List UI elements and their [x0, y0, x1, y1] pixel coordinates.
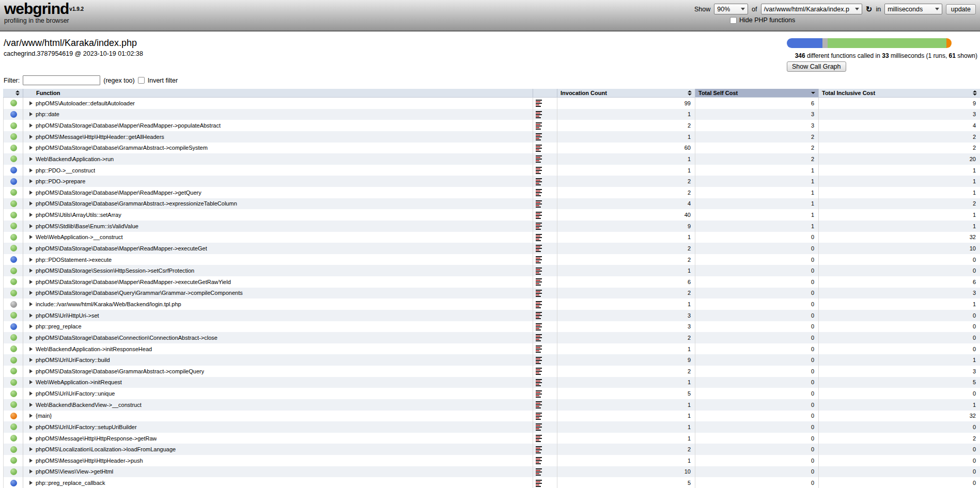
expand-arrow-icon[interactable] [29, 146, 33, 150]
function-cell[interactable]: phpOMS\DataStorage\Database\Mapper\ReadM… [23, 276, 533, 288]
expand-arrow-icon[interactable] [29, 469, 33, 474]
expand-arrow-icon[interactable] [29, 258, 33, 262]
cost-chart-icon[interactable] [536, 446, 543, 453]
function-cell[interactable]: include::/var/www/html/Karaka/Web/Backen… [23, 298, 533, 310]
column-header-total-self-cost[interactable]: Total Self Cost [695, 89, 819, 97]
cost-chart-icon[interactable] [536, 200, 543, 208]
expand-arrow-icon[interactable] [29, 213, 33, 217]
function-cell[interactable]: phpOMS\Stdlib\Base\Enum::isValidValue [23, 221, 533, 232]
cost-chart-icon[interactable] [536, 99, 543, 107]
expand-arrow-icon[interactable] [29, 269, 33, 273]
function-cell[interactable]: phpOMS\Utils\ArrayUtils::setArray [23, 209, 533, 221]
cost-chart-icon[interactable] [536, 390, 543, 398]
column-header-invocation-count[interactable]: Invocation Count [557, 89, 695, 97]
function-cell[interactable]: phpOMS\Localization\Localization->loadFr… [23, 444, 533, 455]
cost-chart-icon[interactable] [536, 434, 543, 442]
expand-arrow-icon[interactable] [29, 302, 33, 306]
cost-chart-icon[interactable] [536, 155, 543, 163]
function-cell[interactable]: phpOMS\Message\Http\HttpHeader::getAllHe… [23, 131, 533, 143]
expand-arrow-icon[interactable] [29, 168, 33, 172]
expand-arrow-icon[interactable] [29, 447, 33, 451]
function-cell[interactable]: phpOMS\DataStorage\Session\HttpSession->… [23, 265, 533, 276]
expand-arrow-icon[interactable] [29, 313, 33, 318]
expand-arrow-icon[interactable] [29, 235, 33, 239]
percent-select[interactable]: 90% [714, 4, 748, 14]
filter-input[interactable] [23, 75, 100, 85]
function-cell[interactable]: phpOMS\DataStorage\Database\Mapper\ReadM… [23, 187, 533, 198]
update-button[interactable]: update [946, 4, 976, 14]
expand-arrow-icon[interactable] [29, 481, 33, 485]
cost-chart-icon[interactable] [536, 144, 543, 152]
cost-chart-icon[interactable] [536, 323, 543, 330]
function-cell[interactable]: {main} [23, 411, 533, 422]
cost-chart-icon[interactable] [536, 479, 543, 487]
function-cell[interactable]: php::date [23, 109, 533, 120]
function-cell[interactable]: phpOMS\Uri\UriFactory::build [23, 354, 533, 366]
expand-arrow-icon[interactable] [29, 358, 33, 362]
cost-chart-icon[interactable] [536, 379, 543, 386]
cost-chart-icon[interactable] [536, 412, 543, 420]
function-cell[interactable]: phpOMS\Uri\UriFactory::unique [23, 388, 533, 399]
cost-chart-icon[interactable] [536, 456, 543, 464]
cost-chart-icon[interactable] [536, 111, 543, 118]
expand-arrow-icon[interactable] [29, 324, 33, 328]
expand-arrow-icon[interactable] [29, 224, 33, 228]
expand-arrow-icon[interactable] [29, 191, 33, 195]
cost-chart-icon[interactable] [536, 122, 543, 130]
function-cell[interactable]: phpOMS\DataStorage\Database\Query\Gramma… [23, 288, 533, 299]
cost-chart-icon[interactable] [536, 311, 543, 319]
unit-select[interactable]: milliseconds [884, 4, 942, 14]
function-cell[interactable]: php::PDOStatement->execute [23, 254, 533, 265]
function-cell[interactable]: phpOMS\Views\View->getHtml [23, 466, 533, 478]
file-select[interactable]: /var/www/html/Karaka/index.p [761, 4, 862, 14]
refresh-icon[interactable]: ↻ [866, 5, 873, 13]
cost-chart-icon[interactable] [536, 334, 543, 341]
expand-arrow-icon[interactable] [29, 179, 33, 183]
expand-arrow-icon[interactable] [29, 101, 33, 105]
expand-arrow-icon[interactable] [29, 112, 33, 116]
cost-chart-icon[interactable] [536, 345, 543, 353]
column-header-function[interactable]: Function [23, 89, 533, 97]
cost-chart-icon[interactable] [536, 423, 543, 431]
function-cell[interactable]: phpOMS\Message\Http\HttpHeader->push [23, 455, 533, 466]
cost-chart-icon[interactable] [536, 289, 543, 297]
function-cell[interactable]: php::preg_replace_callback [23, 477, 533, 488]
function-cell[interactable]: php::PDO->prepare [23, 176, 533, 187]
cost-chart-icon[interactable] [536, 301, 543, 308]
function-cell[interactable]: phpOMS\DataStorage\Database\Mapper\ReadM… [23, 243, 533, 254]
column-header-status[interactable] [3, 89, 23, 97]
expand-arrow-icon[interactable] [29, 369, 33, 373]
expand-arrow-icon[interactable] [29, 380, 33, 384]
function-cell[interactable]: phpOMS\Uri\UriFactory::setupUriBuilder [23, 421, 533, 433]
function-cell[interactable]: php::preg_replace [23, 321, 533, 333]
expand-arrow-icon[interactable] [29, 391, 33, 396]
expand-arrow-icon[interactable] [29, 336, 33, 340]
cost-chart-icon[interactable] [536, 468, 543, 476]
hide-php-checkbox[interactable] [730, 17, 737, 24]
expand-arrow-icon[interactable] [29, 291, 33, 295]
expand-arrow-icon[interactable] [29, 414, 33, 418]
cost-chart-icon[interactable] [536, 244, 543, 252]
expand-arrow-icon[interactable] [29, 436, 33, 440]
function-cell[interactable]: phpOMS\Message\Http\HttpResponse->getRaw [23, 433, 533, 444]
expand-arrow-icon[interactable] [29, 459, 33, 463]
cost-chart-icon[interactable] [536, 188, 543, 196]
cost-chart-icon[interactable] [536, 267, 543, 275]
cost-chart-icon[interactable] [536, 133, 543, 140]
show-call-graph-button[interactable]: Show Call Graph [787, 61, 846, 72]
cost-chart-icon[interactable] [536, 356, 543, 364]
function-cell[interactable]: Web\WebApplication->initRequest [23, 377, 533, 388]
cost-chart-icon[interactable] [536, 211, 543, 219]
cost-chart-icon[interactable] [536, 222, 543, 230]
function-cell[interactable]: php::PDO->__construct [23, 165, 533, 176]
function-cell[interactable]: phpOMS\DataStorage\Database\GrammarAbstr… [23, 143, 533, 154]
cost-chart-icon[interactable] [536, 278, 543, 286]
function-cell[interactable]: phpOMS\DataStorage\Database\Connection\C… [23, 332, 533, 343]
expand-arrow-icon[interactable] [29, 425, 33, 429]
expand-arrow-icon[interactable] [29, 157, 33, 161]
expand-arrow-icon[interactable] [29, 403, 33, 407]
function-cell[interactable]: Web\Backend\BackendView->__construct [23, 399, 533, 411]
expand-arrow-icon[interactable] [29, 123, 33, 128]
function-cell[interactable]: phpOMS\Uri\HttpUri->set [23, 310, 533, 321]
function-cell[interactable]: Web\Backend\Application->run [23, 153, 533, 165]
